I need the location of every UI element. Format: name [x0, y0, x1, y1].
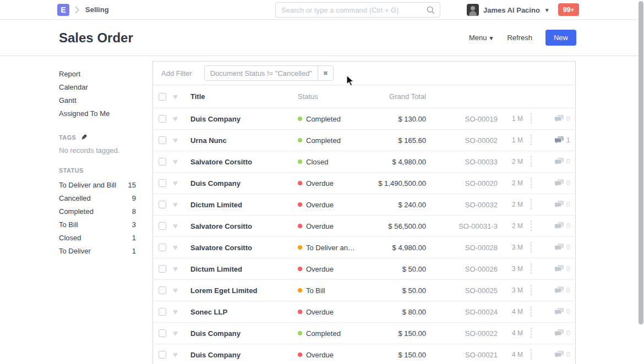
assign-dashed-box[interactable]	[531, 220, 532, 231]
assign-dashed-box[interactable]	[531, 156, 532, 167]
edit-tags-icon[interactable]: ✎	[81, 133, 87, 141]
breadcrumb-selling[interactable]: Selling	[85, 5, 109, 14]
like-heart-icon[interactable]: ♥	[173, 265, 182, 273]
status-filter-item[interactable]: To Deliver and Bill 15	[59, 179, 136, 192]
row-assign-placeholder[interactable]	[531, 135, 547, 145]
row-title[interactable]: Sonec LLP	[190, 308, 298, 316]
row-checkbox[interactable]	[159, 286, 166, 294]
list-row[interactable]: ♥ Urna Nunc Completed $ 165.60 SO-00002 …	[153, 130, 575, 151]
list-row[interactable]: ♥ Duis Company Completed $ 150.00 SO-000…	[153, 323, 575, 344]
list-row[interactable]: ♥ Dictum Limited Overdue $ 240.00 SO-000…	[153, 194, 575, 216]
row-assign-placeholder[interactable]	[531, 242, 547, 252]
list-row[interactable]: ♥ Duis Company Completed $ 130.00 SO-000…	[153, 108, 575, 130]
status-filter-item[interactable]: To Deliver 1	[59, 245, 136, 258]
assign-dashed-box[interactable]	[531, 242, 532, 252]
status-filter-item[interactable]: Cancelled 9	[59, 192, 136, 205]
row-assign-placeholder[interactable]	[531, 178, 547, 188]
row-checkbox[interactable]	[159, 244, 166, 251]
assign-dashed-box[interactable]	[531, 113, 532, 124]
like-heart-icon[interactable]: ♥	[173, 308, 182, 316]
like-heart-icon[interactable]: ♥	[173, 201, 182, 208]
row-title[interactable]: Duis Company	[190, 179, 298, 187]
list-row[interactable]: ♥ Salvatore Corsitto Overdue $ 56,500.00…	[153, 216, 575, 237]
assign-dashed-box[interactable]	[531, 178, 532, 188]
user-menu[interactable]: James Al Pacino ▼	[467, 4, 550, 16]
list-row[interactable]: ♥ Duis Company Overdue $ 1,490,500.00 SO…	[153, 173, 575, 194]
assign-dashed-box[interactable]	[531, 285, 532, 295]
comments-indicator[interactable]: 0	[554, 179, 570, 187]
comments-indicator[interactable]: 1	[554, 136, 570, 144]
comments-indicator[interactable]: 0	[554, 201, 570, 208]
list-row[interactable]: ♥ Salvatore Corsitto Closed $ 4,980.00 S…	[153, 151, 575, 173]
row-title[interactable]: Urna Nunc	[190, 136, 298, 145]
like-heart-icon[interactable]: ♥	[173, 179, 182, 187]
select-all-checkbox[interactable]	[159, 93, 166, 101]
row-assign-placeholder[interactable]	[531, 350, 547, 360]
menu-button[interactable]: Menu▼	[469, 34, 494, 42]
row-title[interactable]: Dictum Limited	[190, 201, 298, 209]
list-row[interactable]: ♥ Dictum Limited Overdue $ 50.00 SO-0002…	[153, 258, 575, 280]
row-assign-placeholder[interactable]	[531, 221, 547, 231]
row-checkbox[interactable]	[159, 329, 166, 337]
assign-dashed-box[interactable]	[531, 328, 532, 338]
comments-indicator[interactable]: 0	[554, 286, 570, 294]
list-row[interactable]: ♥ Salvatore Corsitto To Deliver an… $ 4,…	[153, 237, 575, 258]
assign-dashed-box[interactable]	[531, 135, 532, 145]
like-heart-icon[interactable]: ♥	[173, 158, 182, 166]
row-title[interactable]: Duis Company	[190, 329, 298, 338]
assign-dashed-box[interactable]	[531, 306, 532, 317]
row-title[interactable]: Dictum Limited	[190, 265, 298, 273]
row-title[interactable]: Lorem Eget Limited	[190, 286, 298, 295]
row-title[interactable]: Salvatore Corsitto	[190, 244, 298, 252]
status-filter-item[interactable]: Completed 8	[59, 205, 136, 218]
row-assign-placeholder[interactable]	[531, 285, 547, 295]
row-checkbox[interactable]	[159, 222, 166, 230]
row-checkbox[interactable]	[159, 201, 166, 208]
row-assign-placeholder[interactable]	[531, 200, 547, 209]
assign-dashed-box[interactable]	[531, 263, 532, 274]
row-title[interactable]: Duis Company	[190, 115, 298, 123]
row-assign-placeholder[interactable]	[531, 157, 547, 167]
row-checkbox[interactable]	[159, 179, 166, 187]
assign-dashed-box[interactable]	[531, 349, 532, 360]
row-checkbox[interactable]	[159, 265, 166, 273]
row-checkbox[interactable]	[159, 158, 166, 166]
row-title[interactable]: Salvatore Corsitto	[190, 222, 298, 230]
status-filter-item[interactable]: To Bill 3	[59, 218, 136, 231]
add-filter-button[interactable]: Add Filter	[161, 69, 192, 78]
like-heart-icon[interactable]: ♥	[173, 244, 182, 251]
row-checkbox[interactable]	[159, 308, 166, 316]
list-row[interactable]: ♥ Sonec LLP Overdue $ 80.00 SO-00024 4 M…	[153, 301, 575, 323]
row-title[interactable]: Duis Company	[190, 351, 298, 359]
list-row[interactable]: ♥ Lorem Eget Limited To Bill $ 50.00 SO-…	[153, 280, 575, 301]
sidebar-link[interactable]: Gantt	[59, 94, 136, 107]
new-button[interactable]: New	[545, 30, 576, 46]
active-filter-chip[interactable]: Document Status != "Cancelled" ✖	[204, 65, 334, 81]
row-checkbox[interactable]	[159, 136, 166, 144]
comments-indicator[interactable]: 0	[554, 329, 570, 337]
notification-badge[interactable]: 99+	[558, 3, 579, 16]
like-heart-icon[interactable]: ♥	[173, 136, 182, 144]
sidebar-link[interactable]: Assigned To Me	[59, 107, 136, 120]
like-heart-icon[interactable]: ♥	[173, 329, 182, 337]
comments-indicator[interactable]: 0	[554, 158, 570, 166]
row-assign-placeholder[interactable]	[531, 264, 547, 274]
row-checkbox[interactable]	[159, 351, 166, 359]
row-assign-placeholder[interactable]	[531, 114, 547, 124]
like-heart-icon[interactable]: ♥	[173, 286, 182, 294]
like-heart-icon[interactable]: ♥	[173, 222, 182, 230]
assign-dashed-box[interactable]	[531, 199, 532, 209]
comments-indicator[interactable]: 0	[554, 351, 570, 359]
comments-indicator[interactable]: 0	[554, 308, 570, 316]
comments-indicator[interactable]: 0	[554, 244, 570, 251]
sidebar-link[interactable]: Calendar	[59, 81, 136, 94]
status-filter-item[interactable]: Closed 1	[59, 231, 136, 245]
sidebar-link[interactable]: Report	[59, 68, 136, 81]
like-heart-icon[interactable]: ♥	[173, 351, 182, 359]
app-logo[interactable]: E	[57, 4, 69, 16]
comments-indicator[interactable]: 0	[554, 222, 570, 230]
like-heart-icon[interactable]: ♥	[173, 115, 182, 123]
row-assign-placeholder[interactable]	[531, 307, 547, 317]
list-row[interactable]: ♥ Duis Company Overdue $ 150.00 SO-00021…	[153, 344, 575, 364]
row-checkbox[interactable]	[159, 115, 166, 123]
